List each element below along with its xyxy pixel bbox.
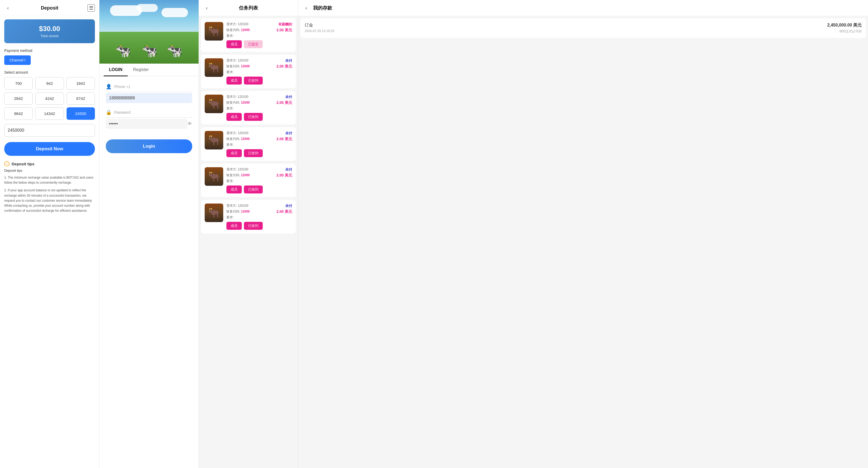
- task-require: 要求:: [226, 179, 292, 183]
- password-input-group: 🔒 Password 👁: [106, 107, 192, 129]
- tab-login[interactable]: LOGIN: [104, 64, 128, 76]
- task-code: 恢复代码: 12000: [226, 100, 250, 105]
- task-row-top: 需求方: 120100 未付: [226, 58, 292, 63]
- menu-button[interactable]: ☰: [88, 4, 95, 12]
- task-thumbnail: 🐂: [205, 167, 223, 186]
- amount-btn-3[interactable]: 2842: [4, 92, 33, 105]
- task-requester: 需求方: 120100: [226, 95, 248, 99]
- custom-amount-input[interactable]: [4, 124, 95, 137]
- toggle-password-icon[interactable]: 👁: [187, 121, 192, 127]
- lock-icon: 🔒: [106, 110, 112, 115]
- amount-btn-2[interactable]: 1842: [66, 77, 95, 90]
- login-form: 👤 Phone +1 🔒 Password 👁 Login: [99, 82, 198, 153]
- task-thumbnail: 🐂: [205, 22, 223, 40]
- login-button[interactable]: Login: [106, 139, 192, 153]
- member-button[interactable]: 成员: [226, 76, 242, 85]
- received-button[interactable]: 已收到: [244, 186, 263, 193]
- deposit-tips-subtitle: Deposit tips: [4, 168, 95, 173]
- tasks-back-button[interactable]: ‹: [203, 4, 211, 12]
- received-button[interactable]: 已收到: [244, 149, 263, 157]
- deposit-now-button[interactable]: Deposit Now: [4, 142, 95, 156]
- deposit-record: 订金 2024-07-29 13:19:26 2,450,000.00 美元 得…: [300, 18, 866, 38]
- deposit-record-date: 2024-07-29 13:19:26: [305, 29, 334, 33]
- amount-btn-6[interactable]: 9842: [4, 107, 33, 120]
- task-status: 未付: [285, 95, 292, 99]
- task-require: 要求:: [226, 34, 292, 38]
- amount-btn-1[interactable]: 942: [35, 77, 64, 90]
- task-status: 未付: [285, 131, 292, 136]
- deposit-tip-2: 2. If your app account balance is not up…: [4, 188, 95, 213]
- task-row-code: 恢复代码: 12000 2.00 美元: [226, 28, 292, 33]
- password-input[interactable]: [106, 119, 187, 129]
- task-item: 🐂 需求方: 120100 有薪酬的 恢复代码: 12000 2.00 美元 要…: [201, 18, 296, 52]
- task-require: 要求:: [226, 215, 292, 220]
- task-require: 要求:: [226, 70, 292, 74]
- tasks-panel: ‹ 任务列表 🐂 需求方: 120100 有薪酬的 恢复代码: 12000 2.…: [199, 0, 298, 468]
- member-button[interactable]: 成员: [226, 40, 242, 48]
- task-row-top: 需求方: 120100 未付: [226, 167, 292, 172]
- amount-btn-8[interactable]: 24500: [66, 107, 95, 120]
- task-amount: 2.00 美元: [277, 209, 292, 214]
- amount-btn-5[interactable]: 6742: [66, 92, 95, 105]
- phone-prefix-label: Phone +1: [114, 85, 130, 89]
- phone-input-wrapper: 👤 Phone +1: [106, 82, 192, 92]
- tips-info-icon: i: [4, 161, 9, 166]
- task-item: 🐂 需求方: 120100 未付 恢复代码: 12000 2.00 美元 要求:…: [201, 127, 296, 161]
- deposit-panel: ‹ Deposit ☰ $30.00 Total assets Payment …: [0, 0, 99, 468]
- back-button[interactable]: ‹: [4, 4, 12, 12]
- task-amount: 2.00 美元: [277, 28, 292, 33]
- amount-btn-7[interactable]: 14342: [35, 107, 64, 120]
- task-actions: 成员 已提交: [226, 40, 292, 48]
- my-deposit-back-button[interactable]: ‹: [303, 4, 310, 12]
- task-actions: 成员 已收到: [226, 113, 292, 121]
- task-code: 恢复代码: 12000: [226, 209, 250, 214]
- tasks-header: ‹ 任务列表: [199, 0, 298, 16]
- cloud-3: [161, 8, 188, 17]
- amount-btn-4[interactable]: 4242: [35, 92, 64, 105]
- phone-input[interactable]: [106, 93, 192, 103]
- task-list: 🐂 需求方: 120100 有薪酬的 恢复代码: 12000 2.00 美元 要…: [199, 16, 298, 238]
- task-status: 未付: [285, 58, 292, 63]
- submitted-button[interactable]: 已提交: [244, 40, 263, 48]
- task-amount: 2.00 美元: [277, 64, 292, 69]
- member-button[interactable]: 成员: [226, 222, 242, 230]
- task-cow-image: 🐂: [205, 204, 223, 222]
- deposit-content: $30.00 Total assets Payment method Chann…: [0, 15, 99, 220]
- deposit-tips-title: i Deposit tips: [4, 161, 95, 166]
- amount-btn-0[interactable]: 700: [4, 77, 33, 90]
- task-status: 有薪酬的: [278, 22, 292, 27]
- tab-register[interactable]: Register: [128, 64, 154, 76]
- task-code: 恢复代码: 12000: [226, 28, 250, 32]
- task-requester: 需求方: 120100: [226, 22, 248, 27]
- member-button[interactable]: 成员: [226, 186, 242, 193]
- received-button[interactable]: 已收到: [244, 76, 263, 85]
- task-row-top: 需求方: 120100 有薪酬的: [226, 22, 292, 27]
- task-info: 需求方: 120100 未付 恢复代码: 12000 2.00 美元 要求: 成…: [226, 95, 292, 121]
- my-deposit-title: 我的存款: [313, 5, 332, 11]
- member-button[interactable]: 成员: [226, 149, 242, 157]
- task-info: 需求方: 120100 未付 恢复代码: 12000 2.00 美元 要求: 成…: [226, 58, 292, 85]
- task-thumbnail: 🐂: [205, 131, 223, 150]
- task-thumbnail: 🐂: [205, 95, 223, 113]
- task-cow-image: 🐂: [205, 22, 223, 40]
- my-deposit-panel: ‹ 我的存款 订金 2024-07-29 13:19:26 2,450,000.…: [298, 0, 868, 468]
- task-code: 恢复代码: 12000: [226, 64, 250, 69]
- task-item: 🐂 需求方: 120100 未付 恢复代码: 12000 2.00 美元 要求:…: [201, 91, 296, 125]
- login-hero-image: 🐄 🐄 🐄: [99, 0, 198, 64]
- task-requester: 需求方: 120100: [226, 204, 248, 208]
- phone-input-group: 👤 Phone +1: [106, 82, 192, 103]
- received-button[interactable]: 已收到: [244, 222, 263, 230]
- deposit-header: ‹ Deposit ☰: [0, 0, 99, 15]
- payment-methods: Channel I: [4, 55, 95, 65]
- login-panel: 🐄 🐄 🐄 LOGIN Register 👤 Phone +1 🔒 Passwo…: [99, 0, 199, 468]
- received-button[interactable]: 已收到: [244, 113, 263, 121]
- channel-button[interactable]: Channel I: [4, 55, 31, 65]
- member-button[interactable]: 成员: [226, 113, 242, 121]
- select-amount-label: Select amount: [4, 70, 95, 74]
- deposit-record-status: 得到正式认可的: [827, 29, 862, 34]
- deposit-record-left: 订金 2024-07-29 13:19:26: [305, 23, 334, 33]
- task-cow-image: 🐂: [205, 131, 223, 150]
- task-actions: 成员 已收到: [226, 222, 292, 230]
- task-info: 需求方: 120100 未付 恢复代码: 12000 2.00 美元 要求: 成…: [226, 131, 292, 157]
- task-thumbnail: 🐂: [205, 58, 223, 77]
